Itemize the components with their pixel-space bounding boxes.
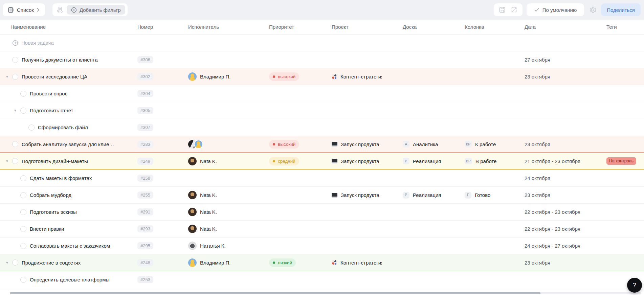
assignee-cell[interactable]: Nata K. <box>188 191 269 199</box>
share-button[interactable]: Поделиться <box>601 3 641 16</box>
priority-cell[interactable]: низкий <box>269 258 332 267</box>
date-cell[interactable]: 27 октября <box>525 57 606 63</box>
column-header-priority[interactable]: Приоритет <box>269 24 332 30</box>
column-header-number[interactable]: Номер <box>137 24 188 30</box>
task-title[interactable]: Определить целевые платформы <box>30 277 109 282</box>
assignee-cell[interactable]: Nata K. <box>188 208 269 216</box>
project-cell[interactable]: Запуск продукта <box>332 192 403 198</box>
date-cell[interactable]: 23 октября <box>525 141 606 147</box>
priority-cell[interactable]: средний <box>269 157 332 165</box>
board-cell[interactable]: РРеализация <box>403 158 465 164</box>
task-checkbox[interactable] <box>20 209 26 215</box>
task-row[interactable]: Сдать макеты в форматах#25824 октября <box>0 170 644 187</box>
task-row[interactable]: Подготовить эскизы#291Nata K.22 октября … <box>0 204 644 221</box>
save-view-button[interactable] <box>499 6 506 13</box>
date-cell[interactable]: 24 октября <box>525 175 606 181</box>
project-cell[interactable]: Запуск продукта <box>332 141 403 147</box>
new-task-row[interactable]: Новая задача <box>0 35 644 51</box>
task-checkbox[interactable] <box>20 175 26 181</box>
help-button[interactable]: ? <box>627 278 642 293</box>
task-title[interactable]: Подготовить дизайн-макеты <box>22 158 88 164</box>
task-checkbox[interactable] <box>12 259 18 266</box>
column-header-date[interactable]: Дата <box>525 24 606 30</box>
priority-cell[interactable]: высокий <box>269 140 332 149</box>
column-header-column[interactable]: Колонка <box>465 24 525 30</box>
date-cell[interactable]: 22 октября - 23 октября <box>525 209 606 215</box>
column-cell[interactable]: КРК работе <box>465 141 525 148</box>
assignee-cell[interactable]: Nata K. <box>188 157 269 165</box>
view-switcher-button[interactable]: Список <box>3 3 45 16</box>
assignee-cell[interactable]: Владимир П. <box>188 258 269 267</box>
date-cell[interactable]: 23 октября <box>525 260 606 266</box>
preset-selector-button[interactable]: По умолчанию <box>527 3 584 16</box>
column-header-name[interactable]: Наименование <box>5 24 137 30</box>
task-checkbox[interactable] <box>20 192 26 198</box>
board-cell[interactable]: ААналитика <box>403 141 465 148</box>
date-cell[interactable]: 24 октября - 27 октября <box>525 243 606 249</box>
task-title[interactable]: Провести опрос <box>30 91 67 96</box>
task-checkbox[interactable] <box>20 243 26 249</box>
task-checkbox[interactable] <box>20 108 26 114</box>
collapse-toggle[interactable]: ▼ <box>5 261 12 265</box>
add-filter-button[interactable]: Добавить фильтр <box>67 5 125 15</box>
task-checkbox[interactable] <box>20 91 26 97</box>
expand-view-button[interactable] <box>511 6 517 13</box>
task-row[interactable]: Определить целевые платформы#253 <box>0 271 644 288</box>
task-title[interactable]: Сформировать файл <box>38 124 88 130</box>
task-checkbox[interactable] <box>12 74 18 80</box>
task-title[interactable]: Продвижение в соцсетях <box>22 260 81 266</box>
task-title[interactable]: Собрать аналитику запуска для клие… <box>22 141 114 147</box>
column-cell[interactable]: ГГотово <box>465 192 525 199</box>
task-row[interactable]: Собрать мудборд#255Nata K.Запуск продукт… <box>0 187 644 204</box>
settings-button[interactable] <box>589 6 596 14</box>
filter-sliders-button[interactable] <box>57 6 63 13</box>
task-row[interactable]: ▼Продвижение в соцсетях#248Владимир П.ни… <box>0 254 644 271</box>
task-title[interactable]: Собрать мудборд <box>30 192 71 198</box>
task-checkbox[interactable] <box>28 124 35 131</box>
collapse-toggle[interactable]: ▼ <box>5 159 12 163</box>
task-checkbox[interactable] <box>12 158 18 164</box>
assignee-cell[interactable]: Владимир П. <box>188 72 269 81</box>
assignee-cell[interactable] <box>188 140 269 149</box>
task-row[interactable]: Внести правки#293Nata K.22 октября - 23 … <box>0 221 644 237</box>
task-row[interactable]: Провести опрос#304 <box>0 85 644 102</box>
task-row[interactable]: Сформировать файл#307 <box>0 119 644 136</box>
task-title[interactable]: Получить документы от клиента <box>22 57 98 63</box>
collapse-toggle[interactable]: ▼ <box>14 109 20 112</box>
task-row[interactable]: ▼Подготовить отчет#305 <box>0 102 644 119</box>
task-row[interactable]: ▼Подготовить дизайн-макеты#249Nata K.сре… <box>0 153 644 170</box>
date-cell[interactable]: 23 октября <box>525 74 606 80</box>
column-header-tags[interactable]: Теги <box>606 24 644 30</box>
task-title[interactable]: Внести правки <box>30 226 64 232</box>
priority-cell[interactable]: высокий <box>269 72 332 81</box>
assignee-cell[interactable]: Наталья К. <box>188 242 269 250</box>
board-cell[interactable]: РРеализация <box>403 192 465 199</box>
task-row[interactable]: Собрать аналитику запуска для клие…#283в… <box>0 136 644 153</box>
task-row[interactable]: ▼Провести исследование ЦА#302Владимир П.… <box>0 68 644 85</box>
project-cell[interactable]: Запуск продукта <box>332 158 403 164</box>
task-row[interactable]: Получить документы от клиента#30627 октя… <box>0 51 644 68</box>
column-header-assignee[interactable]: Исполнитель <box>188 24 269 30</box>
task-checkbox[interactable] <box>12 57 18 63</box>
task-title[interactable]: Подготовить отчет <box>30 108 73 113</box>
task-checkbox[interactable] <box>12 141 18 147</box>
tags-cell[interactable]: На контроль <box>606 157 644 165</box>
column-cell[interactable]: ВРВ работе <box>465 158 525 164</box>
task-title[interactable]: Подготовить эскизы <box>30 209 77 215</box>
task-title[interactable]: Провести исследование ЦА <box>22 74 87 80</box>
column-header-board[interactable]: Доска <box>403 24 465 30</box>
horizontal-scrollbar[interactable] <box>10 292 641 294</box>
scrollbar-thumb[interactable] <box>10 292 540 294</box>
collapse-toggle[interactable]: ▼ <box>5 75 12 78</box>
task-title[interactable]: Сдать макеты в форматах <box>30 175 92 181</box>
date-cell[interactable]: 22 октября - 23 октября <box>525 226 606 232</box>
assignee-cell[interactable]: Nata K. <box>188 225 269 233</box>
date-cell[interactable]: 21 октября - 23 октября <box>525 158 606 164</box>
task-checkbox[interactable] <box>20 277 26 283</box>
date-cell[interactable]: 23 октября <box>525 192 606 198</box>
task-row[interactable]: Согласовать макеты с заказчиком#295Натал… <box>0 237 644 254</box>
task-checkbox[interactable] <box>20 226 26 232</box>
column-header-project[interactable]: Проект <box>332 24 403 30</box>
project-cell[interactable]: Контент-стратегия <box>332 260 403 266</box>
task-title[interactable]: Согласовать макеты с заказчиком <box>30 243 110 249</box>
